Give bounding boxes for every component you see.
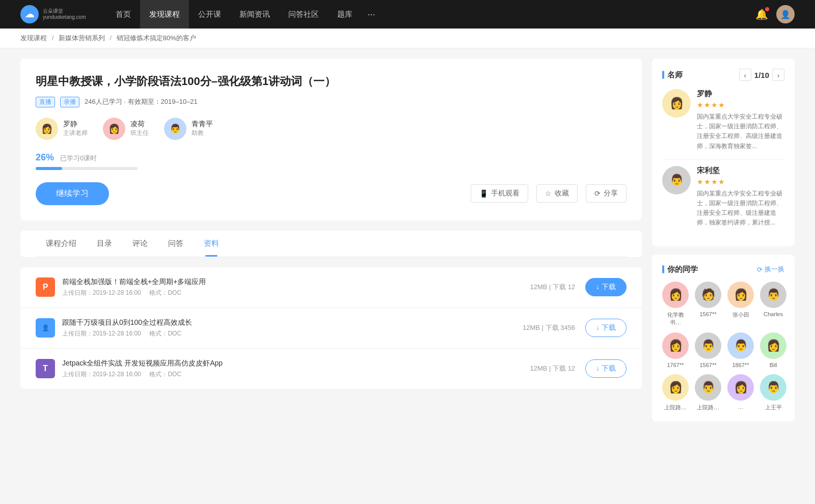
sidebar-teacher-stars-1: ★★★★ bbox=[697, 178, 784, 186]
resource-list: P 前端全栈加强版！前端全栈+全周期+多端应用 上传日期：2019-12-28 … bbox=[20, 267, 642, 389]
teacher-page: 1/10 bbox=[754, 71, 769, 79]
share-button[interactable]: ⟳ 分享 bbox=[586, 184, 627, 203]
logo-icon: ☁ bbox=[20, 5, 39, 23]
navbar-right: 🔔 👤 bbox=[755, 5, 795, 23]
sidebar-teacher-1: 👨 宋利坚 ★★★★ 国内某重点大学安全工程专业硕士，国家一级注册消防工程师、注… bbox=[662, 166, 784, 228]
resource-meta-1: 上传日期：2019-12-28 16:00 格式：DOC bbox=[62, 329, 523, 338]
nav-item-home[interactable]: 首页 bbox=[106, 0, 140, 29]
resource-item-2: T Jetpack全组件实战 开发短视频应用高仿皮皮虾App 上传日期：2019… bbox=[20, 349, 642, 389]
resource-name-0: 前端全栈加强版！前端全栈+全周期+多端应用 bbox=[62, 277, 530, 287]
teacher-name-0: 罗静 bbox=[63, 120, 88, 129]
student-name-1: 1567** bbox=[699, 311, 716, 317]
classmates-title: 你的同学 bbox=[662, 265, 698, 274]
download-button-0[interactable]: ↓ 下载 bbox=[585, 278, 627, 296]
teacher-next-button[interactable]: › bbox=[772, 69, 784, 81]
student-name-0: 化学教书… bbox=[662, 311, 689, 326]
user-avatar-nav[interactable]: 👤 bbox=[776, 5, 795, 23]
teacher-item-0: 👩 罗静 主讲老师 bbox=[36, 118, 88, 140]
student-avatar-9: 👨 bbox=[695, 374, 721, 401]
sidebar-teacher-desc-0: 国内某重点大学安全工程专业硕士，国家一级注册消防工程师、注册安全工程师、高级注册… bbox=[697, 112, 784, 151]
student-avatar-2: 👩 bbox=[727, 282, 754, 308]
teacher-avatar-1: 👩 bbox=[103, 118, 125, 140]
sidebar-teacher-stars-0: ★★★★ bbox=[697, 101, 784, 109]
logo-text: 云朵课堂 yunduoketang.com bbox=[43, 8, 86, 20]
breadcrumb-discover[interactable]: 发现课程 bbox=[20, 34, 47, 42]
resource-stats-1: 12MB | 下载 3456 bbox=[523, 323, 575, 332]
course-meta-text: 246人已学习 · 有效期至：2019–10–21 bbox=[85, 97, 198, 106]
teacher-name-1: 凌荷 bbox=[130, 120, 149, 129]
student-item-0: 👩 化学教书… bbox=[662, 282, 689, 326]
tab-resource[interactable]: 资料 bbox=[194, 231, 229, 257]
resource-icon-0: P bbox=[36, 277, 55, 297]
sidebar-teacher-name-1: 宋利坚 bbox=[697, 166, 784, 176]
tab-intro[interactable]: 课程介绍 bbox=[36, 231, 87, 257]
download-button-1[interactable]: ↓ 下载 bbox=[585, 319, 627, 337]
student-name-2: 张小田 bbox=[732, 311, 749, 319]
share-icon: ⟳ bbox=[594, 189, 601, 198]
resource-stats-0: 12MB | 下载 12 bbox=[530, 283, 575, 292]
student-item-3: 👨 Charles bbox=[760, 282, 786, 326]
teacher-nav: ‹ 1/10 › bbox=[739, 69, 784, 81]
teacher-name-2: 青青平 bbox=[192, 120, 213, 129]
sidebar-teacher-desc-1: 国内某重点大学安全工程专业硕士，国家一级注册消防工程师、注册安全工程师、级注册建… bbox=[697, 189, 784, 228]
logo[interactable]: ☁ 云朵课堂 yunduoketang.com bbox=[20, 5, 86, 23]
nav-item-public[interactable]: 公开课 bbox=[189, 0, 230, 29]
breadcrumb-current[interactable]: 销冠修炼术搞定80%的客户 bbox=[117, 34, 196, 42]
nav-item-discover[interactable]: 发现课程 bbox=[140, 0, 189, 29]
progress-pct: 26% bbox=[36, 152, 54, 162]
student-avatar-0: 👩 bbox=[662, 282, 689, 308]
breadcrumb-sep1: / bbox=[52, 34, 54, 42]
progress-label: 26% 已学习0课时 bbox=[36, 152, 627, 163]
nav-more[interactable]: ··· bbox=[362, 0, 382, 29]
collect-button[interactable]: ☆ 收藏 bbox=[536, 184, 578, 203]
famous-teachers-card: 名师 ‹ 1/10 › 👩 罗静 ★★★★ 国内某重点大学安全工程专业硕士，国家… bbox=[652, 59, 795, 246]
student-name-6: 1867** bbox=[732, 362, 749, 368]
student-avatar-1: 🧑 bbox=[695, 282, 721, 308]
student-avatar-6: 👨 bbox=[727, 332, 754, 359]
sidebar: 名师 ‹ 1/10 › 👩 罗静 ★★★★ 国内某重点大学安全工程专业硕士，国家… bbox=[652, 59, 795, 430]
mobile-view-button[interactable]: 📱 手机观看 bbox=[471, 184, 528, 203]
student-avatar-10: 👩 bbox=[727, 374, 754, 401]
progress-bar-fill bbox=[36, 167, 62, 170]
download-button-2[interactable]: ↓ 下载 bbox=[585, 359, 627, 378]
action-buttons: 📱 手机观看 ☆ 收藏 ⟳ 分享 bbox=[471, 184, 627, 203]
refresh-label: 换一换 bbox=[765, 265, 784, 274]
nav-items: 首页 发现课程 公开课 新闻资讯 问答社区 题库 ··· bbox=[106, 0, 755, 29]
refresh-button[interactable]: ⟳ 换一换 bbox=[757, 265, 784, 274]
student-avatar-11: 👨 bbox=[760, 374, 786, 401]
breadcrumb-series[interactable]: 新媒体营销系列 bbox=[59, 34, 105, 42]
bell-icon[interactable]: 🔔 bbox=[755, 8, 768, 20]
teacher-item-2: 👨 青青平 助教 bbox=[164, 118, 213, 140]
nav-item-news[interactable]: 新闻资讯 bbox=[230, 0, 279, 29]
star-icon: ☆ bbox=[545, 189, 552, 198]
teacher-prev-button[interactable]: ‹ bbox=[739, 69, 751, 81]
course-header-card: 明星中教授课，小学阶段语法100分–强化级第1讲动词（一） 直播 录播 246人… bbox=[20, 59, 642, 220]
sidebar-teacher-avatar-1: 👨 bbox=[662, 166, 691, 194]
student-avatar-7: 👩 bbox=[760, 332, 786, 359]
continue-learning-button[interactable]: 继续学习 bbox=[36, 182, 109, 205]
teacher-info-0: 罗静 主讲老师 bbox=[63, 120, 88, 137]
resource-name-1: 跟随千万级项目从0到100全过程高效成长 bbox=[62, 318, 523, 327]
tab-review[interactable]: 评论 bbox=[122, 231, 158, 257]
tab-qa[interactable]: 问答 bbox=[158, 231, 194, 257]
resource-info-0: 前端全栈加强版！前端全栈+全周期+多端应用 上传日期：2019-12-28 16… bbox=[62, 277, 530, 297]
course-actions: 继续学习 📱 手机观看 ☆ 收藏 ⟳ 分享 bbox=[36, 182, 627, 205]
teacher-role-2: 助教 bbox=[192, 129, 213, 137]
student-item-6: 👨 1867** bbox=[727, 332, 754, 368]
student-name-3: Charles bbox=[764, 311, 783, 317]
student-name-5: 1567** bbox=[699, 362, 716, 368]
breadcrumb-sep2: / bbox=[110, 34, 112, 42]
resource-info-1: 跟随千万级项目从0到100全过程高效成长 上传日期：2019-12-28 16:… bbox=[62, 318, 523, 338]
famous-teachers-title: 名师 ‹ 1/10 › bbox=[662, 69, 784, 81]
student-name-4: 1767** bbox=[667, 362, 684, 368]
main-container: 明星中教授课，小学阶段语法100分–强化级第1讲动词（一） 直播 录播 246人… bbox=[0, 48, 815, 440]
teacher-info-2: 青青平 助教 bbox=[192, 120, 213, 137]
tab-catalog[interactable]: 目录 bbox=[87, 231, 122, 257]
student-item-7: 👩 Bill bbox=[760, 332, 786, 368]
teacher-info-1: 凌荷 班主任 bbox=[130, 120, 149, 137]
sidebar-teacher-info-0: 罗静 ★★★★ 国内某重点大学安全工程专业硕士，国家一级注册消防工程师、注册安全… bbox=[697, 89, 784, 151]
nav-item-quiz[interactable]: 题库 bbox=[328, 0, 362, 29]
students-grid: 👩 化学教书… 🧑 1567** 👩 张小田 👨 Charles 👩 bbox=[662, 282, 784, 411]
nav-item-qa[interactable]: 问答社区 bbox=[279, 0, 328, 29]
teacher-role-0: 主讲老师 bbox=[63, 129, 88, 137]
